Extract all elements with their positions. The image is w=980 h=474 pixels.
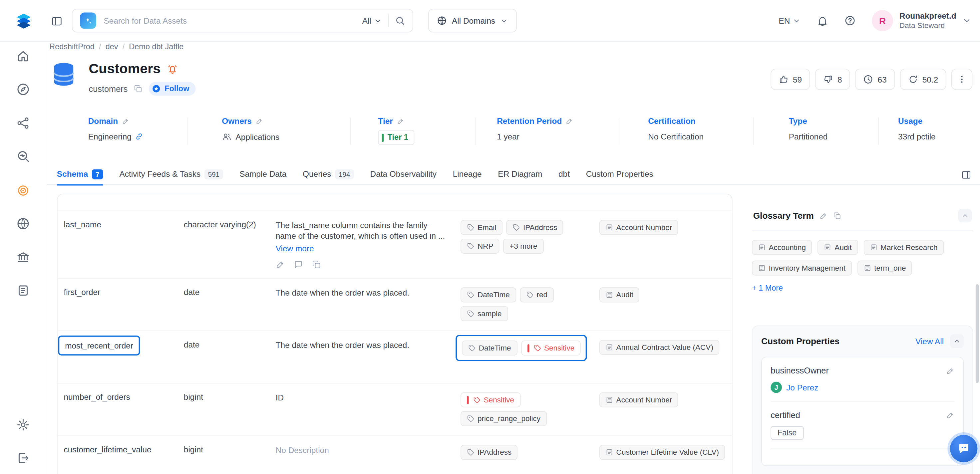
sensitive-tag-pill[interactable]: Sensitive	[461, 393, 520, 407]
notifications-bell-icon[interactable]	[817, 15, 828, 26]
edit-pencil-icon[interactable]	[566, 117, 573, 125]
edit-pencil-icon[interactable]	[947, 411, 955, 419]
breadcrumb-service[interactable]: RedshiftProd	[49, 43, 95, 51]
breadcrumb-database[interactable]: dev	[105, 43, 118, 51]
column-type: character varying(2)	[184, 220, 276, 229]
nav-incident-manager-icon[interactable]	[16, 184, 30, 197]
tab-lineage[interactable]: Lineage	[453, 164, 482, 185]
global-search[interactable]: All	[72, 9, 413, 32]
nav-insights-icon[interactable]	[16, 251, 30, 264]
glossary-term-pill[interactable]: Accounting	[752, 240, 812, 255]
tab-activity[interactable]: Activity Feeds & Tasks 591	[119, 164, 223, 185]
view-more-link[interactable]: View more	[276, 243, 446, 254]
glossary-term-pill[interactable]: Annual Contract Value (ACV)	[600, 340, 720, 355]
tag-icon	[467, 415, 474, 422]
thumbs-down-icon	[823, 74, 833, 84]
divider	[619, 118, 619, 145]
custom-properties-list: businessOwner J Jo Perez certified False	[761, 357, 964, 466]
highlighted-tags-group[interactable]: DateTime Sensitive	[455, 335, 587, 361]
more-terms-link[interactable]: + 1 More	[752, 284, 973, 292]
nav-home-icon[interactable]	[16, 49, 30, 63]
edit-pencil-icon[interactable]	[947, 367, 955, 375]
glossary-term-pill[interactable]: term_one	[858, 261, 912, 275]
tag-pill[interactable]: IPAddress	[461, 445, 518, 460]
tag-pill[interactable]: IPAddress	[506, 220, 563, 235]
collapse-chevron-button[interactable]	[950, 334, 964, 348]
chat-assistant-button[interactable]	[950, 435, 978, 462]
nav-observability-icon[interactable]	[16, 150, 30, 163]
tag-pill[interactable]: sample	[461, 306, 508, 321]
edit-pencil-icon[interactable]	[396, 117, 404, 125]
vertical-scrollbar[interactable]	[976, 284, 978, 383]
tag-pill[interactable]: DateTime	[461, 287, 516, 302]
tab-custom-properties[interactable]: Custom Properties	[586, 164, 653, 185]
edit-pencil-icon[interactable]	[276, 260, 285, 269]
nav-glossary-icon[interactable]	[16, 284, 30, 297]
tab-sample-data[interactable]: Sample Data	[239, 164, 286, 185]
glossary-term-pill[interactable]: Account Number	[600, 220, 678, 235]
expand-panel-icon[interactable]	[961, 169, 971, 180]
glossary-term-pill[interactable]: Market Research	[864, 240, 944, 255]
nav-logout-icon[interactable]	[16, 451, 30, 465]
highlighted-column-name[interactable]: most_recent_order	[58, 336, 140, 355]
upvote-button[interactable]: 59	[770, 68, 810, 90]
owner-link[interactable]: Jo Perez	[786, 383, 818, 392]
column-tags: DateTime Sensitive	[461, 340, 600, 361]
tag-pill[interactable]: NRP	[461, 239, 500, 254]
nav-domains-icon[interactable]	[16, 217, 30, 231]
search-input[interactable]	[103, 15, 356, 26]
app-logo-icon[interactable]	[14, 11, 33, 30]
copy-icon[interactable]	[134, 84, 143, 93]
language-selector[interactable]: EN	[778, 16, 800, 25]
glossary-term-pill[interactable]: Account Number	[600, 393, 678, 407]
topbar-right: EN R Rounakpreet.d Data Steward	[778, 0, 971, 41]
domains-dropdown[interactable]: All Domains	[428, 9, 517, 32]
deprecation-alarm-icon[interactable]	[167, 63, 178, 75]
nav-settings-gear-icon[interactable]	[16, 418, 30, 432]
link-icon[interactable]	[135, 132, 143, 140]
edit-pencil-icon[interactable]	[255, 117, 263, 125]
glossary-term-pill[interactable]: Customer Lifetime Value (CLV)	[600, 445, 725, 460]
edit-pencil-icon[interactable]	[819, 212, 827, 220]
glossary-term-pill[interactable]: Audit	[818, 240, 858, 255]
ai-assistant-icon[interactable]	[80, 13, 96, 29]
clock-icon	[863, 74, 873, 84]
more-actions-button[interactable]	[951, 68, 973, 90]
tab-data-observability[interactable]: Data Observability	[370, 164, 437, 185]
help-icon[interactable]	[845, 15, 856, 26]
downvote-button[interactable]: 8	[815, 68, 850, 90]
search-icon[interactable]	[395, 16, 405, 25]
copy-icon[interactable]	[833, 212, 841, 220]
follow-button[interactable]: Follow	[149, 82, 196, 95]
tag-pill[interactable]: Email	[461, 220, 503, 235]
table-row: customer_lifetime_value bigint No Descri…	[57, 435, 732, 474]
sensitive-tag-pill[interactable]: Sensitive	[521, 340, 581, 355]
view-all-link[interactable]: View All	[915, 337, 944, 346]
copy-icon[interactable]	[312, 260, 321, 269]
table-entity-icon	[49, 60, 78, 89]
glossary-term-pill[interactable]: Audit	[600, 287, 640, 302]
tab-badge: 7	[92, 169, 103, 179]
tag-pill[interactable]: red	[520, 287, 554, 302]
tab-queries[interactable]: Queries 194	[303, 164, 354, 185]
user-menu[interactable]: R Rounakpreet.d Data Steward	[872, 10, 971, 31]
tab-dbt[interactable]: dbt	[558, 164, 570, 185]
nav-explore-icon[interactable]	[16, 83, 30, 96]
comment-icon[interactable]	[294, 260, 303, 269]
avatar[interactable]: R	[872, 10, 893, 31]
search-scope-dropdown[interactable]: All	[362, 16, 382, 25]
views-button[interactable]: 63	[855, 68, 895, 90]
tab-badge: 194	[335, 169, 354, 179]
column-description: ID	[276, 393, 461, 403]
tag-pill[interactable]: price_range_policy	[461, 411, 547, 426]
edit-pencil-icon[interactable]	[121, 117, 129, 125]
score-button[interactable]: 50.2	[900, 68, 946, 90]
collapse-chevron-button[interactable]	[958, 209, 972, 222]
glossary-term-pill[interactable]: Inventory Management	[752, 261, 852, 275]
nav-govern-icon[interactable]	[16, 116, 30, 130]
tab-er-diagram[interactable]: ER Diagram	[498, 164, 542, 185]
sidebar-toggle-icon[interactable]	[51, 15, 63, 27]
tag-pill[interactable]: DateTime	[462, 340, 517, 355]
more-tags-pill[interactable]: +3 more	[503, 239, 544, 254]
tab-schema[interactable]: Schema 7	[57, 164, 103, 185]
